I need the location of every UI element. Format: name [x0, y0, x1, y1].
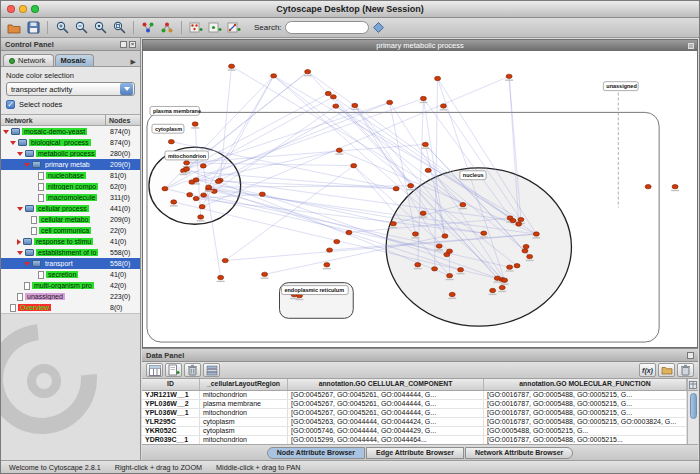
tab-network[interactable]: Network [3, 54, 54, 66]
network-node[interactable] [514, 264, 520, 268]
new-network-icon[interactable] [187, 19, 205, 36]
table-row[interactable]: YLR295Ccytoplasm[GO:0045263, GO:0044444,… [142, 418, 687, 427]
network-edge[interactable] [336, 106, 463, 205]
network-edge[interactable] [218, 105, 354, 181]
network-node[interactable] [198, 215, 204, 219]
network-node[interactable] [193, 196, 199, 200]
network-node[interactable] [499, 285, 505, 289]
network-edge[interactable] [192, 102, 390, 182]
network-node[interactable] [481, 231, 487, 235]
network-node[interactable] [422, 142, 428, 146]
network-node[interactable] [425, 168, 431, 172]
network-node[interactable] [523, 244, 529, 248]
search-input[interactable] [285, 21, 369, 34]
network-node[interactable] [393, 187, 399, 191]
close-window-button[interactable] [7, 5, 15, 13]
zoom-out-icon[interactable] [72, 19, 90, 36]
window-titlebar[interactable]: Cytoscape Desktop (New Session) [1, 1, 699, 18]
network-node[interactable] [184, 161, 190, 165]
column-header[interactable]: annotation.GO MOLECULAR_FUNCTION [484, 379, 687, 390]
save-session-icon[interactable] [24, 19, 42, 36]
add-node-icon[interactable] [206, 19, 224, 36]
network-node[interactable] [218, 275, 224, 279]
tree-item[interactable]: cell communica22(0) [1, 225, 140, 236]
network-node[interactable] [215, 179, 221, 183]
network-node[interactable] [192, 122, 198, 126]
network-node[interactable] [351, 164, 357, 168]
column-header[interactable]: annotation.GO CELLULAR_COMPONENT [288, 379, 484, 390]
network-node[interactable] [189, 180, 195, 184]
network-node[interactable] [390, 221, 396, 225]
column-header[interactable]: _cellularLayoutRegion [200, 379, 288, 390]
tree-item[interactable]: primary metab209(0) [1, 159, 140, 170]
tree-item[interactable]: multi-organism pro42(0) [1, 280, 140, 291]
select-attributes-icon[interactable] [146, 363, 163, 377]
table-row[interactable]: YDR039C__1mitochondrion[GO:0015299, GO:0… [142, 436, 687, 444]
import-attributes-icon[interactable] [658, 363, 675, 377]
network-node[interactable] [432, 267, 438, 271]
network-node[interactable] [199, 205, 205, 209]
tree-item[interactable]: biological_process874(0) [1, 137, 140, 148]
network-edge[interactable] [187, 144, 426, 162]
show-all-icon[interactable] [158, 19, 176, 36]
network-node[interactable] [229, 64, 235, 68]
network-node[interactable] [305, 70, 311, 74]
collapse-arrow-icon[interactable] [17, 239, 21, 245]
network-node[interactable] [449, 292, 455, 296]
zoom-selected-icon[interactable] [91, 19, 109, 36]
network-node[interactable] [162, 187, 168, 191]
network-node[interactable] [506, 74, 512, 78]
select-all-icon[interactable] [203, 363, 220, 377]
tree-item[interactable]: establishment of lo558(0) [1, 247, 140, 258]
network-node[interactable] [327, 248, 333, 252]
network-node[interactable] [527, 254, 533, 258]
delete-row-icon[interactable] [677, 363, 694, 377]
network-node[interactable] [201, 193, 207, 197]
tree-column-network[interactable]: Network [1, 115, 106, 125]
column-header[interactable]: ID [142, 379, 200, 390]
tab-edge-attribute-browser[interactable]: Edge Attribute Browser [366, 447, 464, 459]
tree-item[interactable]: nitrogen compo62(0) [1, 181, 140, 192]
network-node[interactable] [408, 184, 414, 188]
network-graph[interactable]: plasma membranecytoplasmmitochondrionnuc… [143, 51, 697, 347]
table-row[interactable]: YPL036W__1mitochondrion[GO:0045267, GO:0… [142, 409, 687, 418]
expand-arrow-icon[interactable] [17, 152, 23, 156]
table-row[interactable]: YPL036W__2plasma membrane[GO:0045267, GO… [142, 400, 687, 409]
network-node[interactable] [259, 192, 265, 196]
tree-item[interactable]: macromolecule311(0) [1, 192, 140, 203]
vizmapper-icon[interactable] [370, 19, 388, 36]
network-node[interactable] [333, 104, 339, 108]
network-node[interactable] [415, 263, 421, 267]
network-node[interactable] [206, 185, 212, 189]
float-data-panel-icon[interactable] [687, 352, 694, 359]
network-node[interactable] [325, 91, 331, 95]
network-node[interactable] [440, 104, 446, 108]
network-canvas[interactable]: plasma membranecytoplasmmitochondrionnuc… [143, 51, 697, 347]
network-node[interactable] [334, 239, 340, 243]
network-node[interactable] [672, 184, 678, 188]
network-node[interactable] [494, 276, 500, 280]
network-node[interactable] [447, 249, 453, 253]
color-attribute-dropdown[interactable]: transporter activity [6, 82, 135, 96]
network-node[interactable] [516, 222, 522, 226]
network-node[interactable] [324, 263, 330, 267]
network-node[interactable] [442, 234, 448, 238]
close-panel-icon[interactable]: × [129, 41, 136, 48]
network-node[interactable] [533, 232, 539, 236]
network-node[interactable] [387, 100, 393, 104]
network-node[interactable] [436, 244, 442, 248]
function-builder-icon[interactable]: f(x) [639, 363, 656, 377]
network-node[interactable] [447, 273, 453, 277]
tab-scroll-right-icon[interactable]: ▶ [129, 58, 138, 66]
network-node[interactable] [412, 232, 418, 236]
network-node[interactable] [645, 184, 651, 188]
network-node[interactable] [435, 76, 441, 80]
network-node[interactable] [262, 272, 268, 276]
tab-node-attribute-browser[interactable]: Node Attribute Browser [267, 447, 365, 459]
minimize-window-button[interactable] [19, 5, 27, 13]
network-node[interactable] [168, 140, 174, 144]
tree-item[interactable]: Overview8(0) [1, 302, 140, 313]
network-node[interactable] [200, 164, 206, 168]
network-node[interactable] [420, 211, 426, 215]
hide-selected-icon[interactable] [139, 19, 157, 36]
